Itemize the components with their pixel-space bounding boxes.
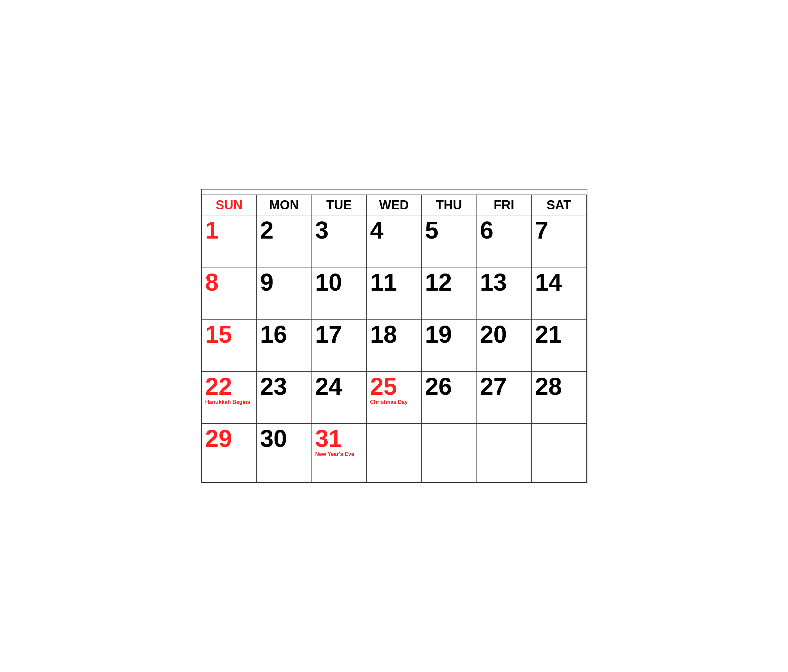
day-number-15: 15 bbox=[205, 322, 253, 346]
day-cell-19: 19 bbox=[421, 319, 477, 372]
day-number-14: 14 bbox=[535, 270, 583, 294]
week-row-4: 22Hanukkah Begins232425Christmas Day2627… bbox=[202, 372, 586, 424]
day-number-30: 30 bbox=[260, 426, 308, 451]
day-cell-26: 26 bbox=[421, 372, 477, 424]
day-header-wed: WED bbox=[367, 195, 422, 215]
calendar-grid: SUNMONTUEWEDTHUFRISAT 123456789101112131… bbox=[202, 195, 587, 483]
day-number-1: 1 bbox=[205, 218, 253, 242]
day-header-sat: SAT bbox=[531, 195, 586, 215]
day-cell-4: 4 bbox=[367, 215, 422, 267]
day-number-31: 31 bbox=[315, 426, 363, 451]
day-number-17: 17 bbox=[315, 322, 363, 346]
day-header-tue: TUE bbox=[311, 195, 367, 215]
day-cell-16: 16 bbox=[257, 319, 312, 372]
day-cell-15: 15 bbox=[202, 319, 257, 372]
day-number-23: 23 bbox=[260, 374, 308, 399]
day-cell-23: 23 bbox=[257, 372, 312, 424]
day-number-11: 11 bbox=[370, 270, 418, 294]
day-number-10: 10 bbox=[315, 270, 363, 294]
day-cell-3: 3 bbox=[311, 215, 367, 267]
day-number-22: 22 bbox=[205, 374, 253, 399]
day-cell-13: 13 bbox=[477, 267, 532, 319]
week-row-2: 891011121314 bbox=[202, 267, 586, 319]
day-number-29: 29 bbox=[205, 426, 253, 451]
day-cell-20: 20 bbox=[477, 319, 532, 372]
day-cell-28: 28 bbox=[531, 372, 586, 424]
day-number-26: 26 bbox=[425, 374, 473, 399]
day-cell-8: 8 bbox=[202, 267, 257, 319]
day-cell-25: 25Christmas Day bbox=[367, 372, 422, 424]
day-cell-12: 12 bbox=[421, 267, 477, 319]
day-cell-1: 1 bbox=[202, 215, 257, 267]
day-cell-31: 31New Year's Eve bbox=[311, 424, 367, 483]
day-number-2: 2 bbox=[260, 218, 308, 242]
day-cell-7: 7 bbox=[531, 215, 586, 267]
day-number-16: 16 bbox=[260, 322, 308, 346]
day-cell-empty bbox=[477, 424, 532, 483]
day-cell-18: 18 bbox=[367, 319, 422, 372]
day-number-19: 19 bbox=[425, 322, 473, 346]
day-header-sun: SUN bbox=[202, 195, 257, 215]
week-row-3: 15161718192021 bbox=[202, 319, 586, 372]
day-number-18: 18 bbox=[370, 322, 418, 346]
day-number-7: 7 bbox=[535, 218, 583, 242]
day-number-3: 3 bbox=[315, 218, 363, 242]
day-cell-10: 10 bbox=[311, 267, 367, 319]
day-cell-22: 22Hanukkah Begins bbox=[202, 372, 257, 424]
week-row-1: 1234567 bbox=[202, 215, 586, 267]
day-header-thu: THU bbox=[421, 195, 477, 215]
day-cell-6: 6 bbox=[477, 215, 532, 267]
day-cell-21: 21 bbox=[531, 319, 586, 372]
day-cell-24: 24 bbox=[311, 372, 367, 424]
day-cell-2: 2 bbox=[257, 215, 312, 267]
day-number-28: 28 bbox=[535, 374, 583, 399]
day-number-5: 5 bbox=[425, 218, 473, 242]
day-number-13: 13 bbox=[480, 270, 528, 294]
day-cell-14: 14 bbox=[531, 267, 586, 319]
day-number-20: 20 bbox=[480, 322, 528, 346]
calendar-body: 12345678910111213141516171819202122Hanuk… bbox=[202, 215, 586, 483]
day-number-27: 27 bbox=[480, 374, 528, 399]
holiday-label-25: Christmas Day bbox=[370, 399, 418, 405]
day-cell-27: 27 bbox=[477, 372, 532, 424]
calendar-title bbox=[202, 189, 587, 195]
day-number-8: 8 bbox=[205, 270, 253, 294]
day-number-6: 6 bbox=[480, 218, 528, 242]
day-cell-empty bbox=[367, 424, 422, 483]
day-number-25: 25 bbox=[370, 374, 418, 399]
day-number-9: 9 bbox=[260, 270, 308, 294]
header-row: SUNMONTUEWEDTHUFRISAT bbox=[202, 195, 586, 215]
holiday-label-31: New Year's Eve bbox=[315, 451, 363, 457]
day-cell-29: 29 bbox=[202, 424, 257, 483]
day-number-12: 12 bbox=[425, 270, 473, 294]
day-cell-empty bbox=[531, 424, 586, 483]
calendar-container: SUNMONTUEWEDTHUFRISAT 123456789101112131… bbox=[201, 189, 588, 483]
day-number-4: 4 bbox=[370, 218, 418, 242]
day-cell-17: 17 bbox=[311, 319, 367, 372]
day-header-mon: MON bbox=[257, 195, 312, 215]
day-number-24: 24 bbox=[315, 374, 363, 399]
day-cell-11: 11 bbox=[367, 267, 422, 319]
week-row-5: 293031New Year's Eve bbox=[202, 424, 586, 483]
day-cell-30: 30 bbox=[257, 424, 312, 483]
day-cell-9: 9 bbox=[257, 267, 312, 319]
day-header-fri: FRI bbox=[477, 195, 532, 215]
day-cell-5: 5 bbox=[421, 215, 477, 267]
day-number-21: 21 bbox=[535, 322, 583, 346]
day-cell-empty bbox=[421, 424, 477, 483]
holiday-label-22: Hanukkah Begins bbox=[205, 399, 253, 405]
